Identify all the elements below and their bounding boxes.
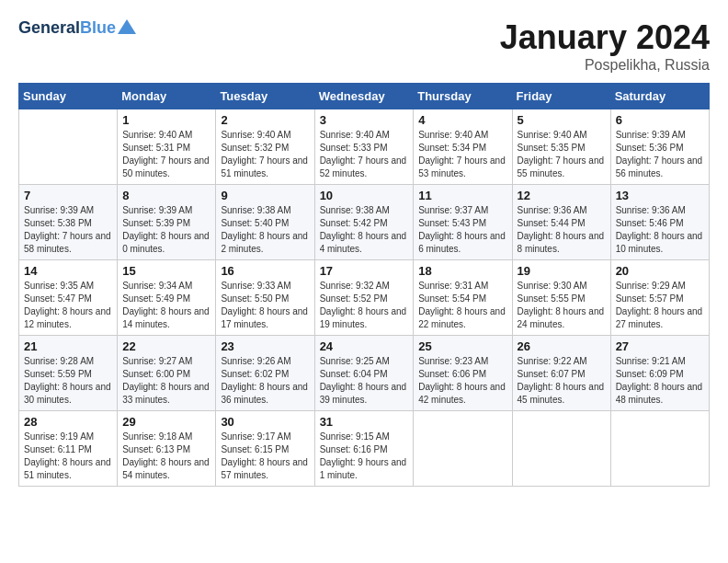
day-info: Sunrise: 9:15 AMSunset: 6:16 PMDaylight:… — [320, 431, 409, 482]
calendar-cell: 25Sunrise: 9:23 AMSunset: 6:06 PMDayligh… — [414, 336, 512, 411]
day-number: 1 — [122, 113, 210, 127]
day-number: 2 — [221, 113, 309, 127]
calendar-cell: 14Sunrise: 9:35 AMSunset: 5:47 PMDayligh… — [19, 260, 118, 336]
day-number: 19 — [518, 264, 606, 278]
weekday-header-sunday: Sunday — [19, 84, 118, 109]
calendar-table: SundayMondayTuesdayWednesdayThursdayFrid… — [18, 83, 710, 487]
day-info: Sunrise: 9:30 AMSunset: 5:55 PMDaylight:… — [518, 280, 606, 331]
day-number: 5 — [518, 113, 606, 127]
week-row-2: 7Sunrise: 9:39 AMSunset: 5:38 PMDaylight… — [19, 185, 710, 260]
day-info: Sunrise: 9:34 AMSunset: 5:49 PMDaylight:… — [122, 280, 210, 331]
calendar-cell: 21Sunrise: 9:28 AMSunset: 5:59 PMDayligh… — [19, 336, 118, 411]
day-info: Sunrise: 9:40 AMSunset: 5:31 PMDaylight:… — [122, 129, 210, 180]
calendar-cell: 31Sunrise: 9:15 AMSunset: 6:16 PMDayligh… — [314, 411, 414, 487]
calendar-cell: 3Sunrise: 9:40 AMSunset: 5:33 PMDaylight… — [314, 109, 414, 185]
weekday-header-thursday: Thursday — [414, 84, 512, 109]
calendar-cell: 24Sunrise: 9:25 AMSunset: 6:04 PMDayligh… — [314, 336, 414, 411]
day-info: Sunrise: 9:35 AMSunset: 5:47 PMDaylight:… — [24, 280, 112, 331]
day-number: 28 — [24, 415, 112, 429]
day-info: Sunrise: 9:21 AMSunset: 6:09 PMDaylight:… — [616, 355, 704, 407]
calendar-cell: 9Sunrise: 9:38 AMSunset: 5:40 PMDaylight… — [216, 185, 314, 260]
day-info: Sunrise: 9:39 AMSunset: 5:39 PMDaylight:… — [122, 204, 210, 256]
day-number: 23 — [221, 339, 309, 353]
logo-icon — [118, 17, 136, 36]
calendar-cell: 26Sunrise: 9:22 AMSunset: 6:07 PMDayligh… — [512, 336, 610, 411]
calendar-cell: 15Sunrise: 9:34 AMSunset: 5:49 PMDayligh… — [118, 260, 216, 336]
calendar-cell: 1Sunrise: 9:40 AMSunset: 5:31 PMDaylight… — [118, 109, 216, 185]
day-number: 29 — [122, 415, 210, 429]
calendar-cell: 18Sunrise: 9:31 AMSunset: 5:54 PMDayligh… — [414, 260, 512, 336]
day-info: Sunrise: 9:18 AMSunset: 6:13 PMDaylight:… — [122, 431, 210, 482]
day-info: Sunrise: 9:40 AMSunset: 5:34 PMDaylight:… — [418, 129, 506, 180]
day-number: 16 — [221, 264, 309, 278]
calendar-cell: 27Sunrise: 9:21 AMSunset: 6:09 PMDayligh… — [610, 336, 709, 411]
weekday-header-friday: Friday — [512, 84, 610, 109]
calendar-cell: 19Sunrise: 9:30 AMSunset: 5:55 PMDayligh… — [512, 260, 610, 336]
calendar-cell: 8Sunrise: 9:39 AMSunset: 5:39 PMDaylight… — [118, 185, 216, 260]
week-row-1: 1Sunrise: 9:40 AMSunset: 5:31 PMDaylight… — [19, 109, 710, 185]
day-number: 22 — [122, 339, 210, 353]
day-number: 20 — [616, 264, 704, 278]
day-info: Sunrise: 9:19 AMSunset: 6:11 PMDaylight:… — [24, 431, 112, 482]
day-info: Sunrise: 9:28 AMSunset: 5:59 PMDaylight:… — [24, 355, 112, 407]
day-number: 15 — [122, 264, 210, 278]
calendar-cell: 13Sunrise: 9:36 AMSunset: 5:46 PMDayligh… — [610, 185, 709, 260]
day-number: 18 — [418, 264, 506, 278]
day-number: 27 — [616, 339, 704, 353]
weekday-header-wednesday: Wednesday — [314, 84, 414, 109]
calendar-cell: 17Sunrise: 9:32 AMSunset: 5:52 PMDayligh… — [314, 260, 414, 336]
calendar-cell — [512, 411, 610, 487]
calendar-cell — [19, 109, 118, 185]
day-info: Sunrise: 9:40 AMSunset: 5:32 PMDaylight:… — [221, 129, 309, 180]
page-header: GeneralBlue January 2024 Pospelikha, Rus… — [18, 18, 710, 74]
calendar-cell: 5Sunrise: 9:40 AMSunset: 5:35 PMDaylight… — [512, 109, 610, 185]
calendar-cell: 7Sunrise: 9:39 AMSunset: 5:38 PMDaylight… — [19, 185, 118, 260]
calendar-cell: 16Sunrise: 9:33 AMSunset: 5:50 PMDayligh… — [216, 260, 314, 336]
day-info: Sunrise: 9:26 AMSunset: 6:02 PMDaylight:… — [221, 355, 309, 407]
day-number: 25 — [418, 339, 506, 353]
day-number: 10 — [320, 189, 409, 202]
week-row-5: 28Sunrise: 9:19 AMSunset: 6:11 PMDayligh… — [19, 411, 710, 487]
day-number: 3 — [320, 113, 409, 127]
day-number: 4 — [418, 113, 506, 127]
calendar-cell — [414, 411, 512, 487]
day-info: Sunrise: 9:38 AMSunset: 5:42 PMDaylight:… — [320, 204, 409, 256]
logo: GeneralBlue — [18, 18, 136, 39]
logo-text: GeneralBlue — [18, 18, 116, 39]
day-info: Sunrise: 9:17 AMSunset: 6:15 PMDaylight:… — [221, 431, 309, 482]
calendar-cell: 23Sunrise: 9:26 AMSunset: 6:02 PMDayligh… — [216, 336, 314, 411]
day-number: 26 — [518, 339, 606, 353]
day-info: Sunrise: 9:32 AMSunset: 5:52 PMDaylight:… — [320, 280, 409, 331]
calendar-cell: 11Sunrise: 9:37 AMSunset: 5:43 PMDayligh… — [414, 185, 512, 260]
day-number: 30 — [221, 415, 309, 429]
day-info: Sunrise: 9:29 AMSunset: 5:57 PMDaylight:… — [616, 280, 704, 331]
calendar-cell: 30Sunrise: 9:17 AMSunset: 6:15 PMDayligh… — [216, 411, 314, 487]
day-info: Sunrise: 9:39 AMSunset: 5:38 PMDaylight:… — [24, 204, 112, 256]
day-info: Sunrise: 9:27 AMSunset: 6:00 PMDaylight:… — [122, 355, 210, 407]
calendar-cell: 29Sunrise: 9:18 AMSunset: 6:13 PMDayligh… — [118, 411, 216, 487]
weekday-header-tuesday: Tuesday — [216, 84, 314, 109]
day-info: Sunrise: 9:33 AMSunset: 5:50 PMDaylight:… — [221, 280, 309, 331]
svg-marker-0 — [118, 19, 136, 34]
day-number: 31 — [320, 415, 409, 429]
day-info: Sunrise: 9:22 AMSunset: 6:07 PMDaylight:… — [518, 355, 606, 407]
day-number: 6 — [616, 113, 704, 127]
calendar-cell: 12Sunrise: 9:36 AMSunset: 5:44 PMDayligh… — [512, 185, 610, 260]
day-number: 24 — [320, 339, 409, 353]
day-number: 9 — [221, 189, 309, 202]
day-number: 12 — [518, 189, 606, 202]
weekday-header-row: SundayMondayTuesdayWednesdayThursdayFrid… — [19, 84, 710, 109]
title-block: January 2024 Pospelikha, Russia — [500, 18, 710, 74]
day-info: Sunrise: 9:36 AMSunset: 5:44 PMDaylight:… — [518, 204, 606, 256]
day-number: 13 — [616, 189, 704, 202]
day-info: Sunrise: 9:39 AMSunset: 5:36 PMDaylight:… — [616, 129, 704, 180]
calendar-cell: 20Sunrise: 9:29 AMSunset: 5:57 PMDayligh… — [610, 260, 709, 336]
day-number: 7 — [24, 189, 112, 202]
day-info: Sunrise: 9:31 AMSunset: 5:54 PMDaylight:… — [418, 280, 506, 331]
day-info: Sunrise: 9:38 AMSunset: 5:40 PMDaylight:… — [221, 204, 309, 256]
calendar-cell: 10Sunrise: 9:38 AMSunset: 5:42 PMDayligh… — [314, 185, 414, 260]
day-info: Sunrise: 9:25 AMSunset: 6:04 PMDaylight:… — [320, 355, 409, 407]
week-row-3: 14Sunrise: 9:35 AMSunset: 5:47 PMDayligh… — [19, 260, 710, 336]
calendar-cell: 6Sunrise: 9:39 AMSunset: 5:36 PMDaylight… — [610, 109, 709, 185]
day-info: Sunrise: 9:40 AMSunset: 5:33 PMDaylight:… — [320, 129, 409, 180]
